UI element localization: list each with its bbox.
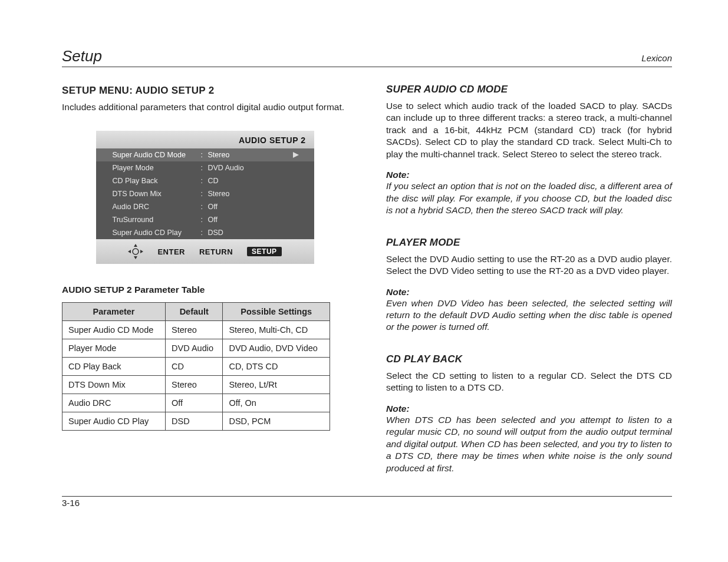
param-cell: Off, On xyxy=(223,394,330,412)
param-cell: Stereo xyxy=(166,321,223,339)
page-number: 3-16 xyxy=(62,498,80,508)
param-th: Parameter xyxy=(62,303,166,321)
param-cell: CD xyxy=(166,358,223,376)
osd-row-label: Super Audio CD Play xyxy=(113,229,201,237)
param-cell: DTS Down Mix xyxy=(62,376,166,394)
table-row: Super Audio CD Play DSD DSD, PCM xyxy=(62,412,330,431)
osd-row-value: DVD Audio xyxy=(208,164,301,172)
intro-text: Includes additional parameters that cont… xyxy=(62,101,348,113)
param-cell: CD Play Back xyxy=(62,358,166,376)
note-block: Note: Even when DVD Video has been selec… xyxy=(386,287,672,333)
param-cell: Stereo, Multi-Ch, CD xyxy=(223,321,330,339)
table-row: Audio DRC Off Off, On xyxy=(62,394,330,412)
body-paragraph: Use to select which audio track of the l… xyxy=(386,100,672,160)
osd-row-label: CD Play Back xyxy=(113,177,201,185)
osd-screenshot: AUDIO SETUP 2 Super Audio CD Mode : Ster… xyxy=(96,131,314,264)
osd-row-value: Stereo xyxy=(208,190,301,198)
osd-colon: : xyxy=(201,203,208,211)
param-table-caption: AUDIO SETUP 2 Parameter Table xyxy=(62,285,348,295)
page-footer: 3-16 xyxy=(62,496,672,508)
osd-row: DTS Down Mix : Stereo xyxy=(96,187,314,200)
note-label: Note xyxy=(386,287,406,297)
osd-row-value: DSD xyxy=(208,229,301,237)
svg-marker-4 xyxy=(128,250,131,253)
section-heading: SUPER AUDIO CD MODE xyxy=(386,84,672,95)
note-block: Note: When DTS CD has been selected and … xyxy=(386,404,672,474)
dpad-icon xyxy=(128,244,143,259)
section-heading: PLAYER MODE xyxy=(386,237,672,249)
osd-row-label: Super Audio CD Mode xyxy=(113,151,201,159)
header-brand: Lexicon xyxy=(641,53,672,63)
param-cell: DVD Audio, DVD Video xyxy=(223,339,330,358)
osd-setup-button: SETUP xyxy=(247,247,282,256)
osd-row-value: Stereo xyxy=(208,151,293,159)
param-cell: Super Audio CD Mode xyxy=(62,321,166,339)
param-cell: Player Mode xyxy=(62,339,166,358)
osd-colon: : xyxy=(201,216,208,224)
header-section: Setup xyxy=(62,47,102,65)
body-paragraph: Select the DVD Audio setting to use the … xyxy=(386,253,672,277)
play-arrow-icon xyxy=(293,152,301,158)
osd-row: Super Audio CD Play : DSD xyxy=(96,226,314,239)
left-column: SETUP MENU: AUDIO SETUP 2 Includes addit… xyxy=(62,84,348,486)
svg-marker-3 xyxy=(134,256,137,259)
note-block: Note: If you select an option that is no… xyxy=(386,170,672,216)
body-paragraph: Select the CD setting to listen to a reg… xyxy=(386,370,672,394)
table-row: DTS Down Mix Stereo Stereo, Lt/Rt xyxy=(62,376,330,394)
param-table: Parameter Default Possible Settings Supe… xyxy=(62,302,330,431)
note-text: Even when DVD Video has been selected, t… xyxy=(386,297,672,333)
svg-marker-2 xyxy=(134,244,137,247)
osd-colon: : xyxy=(201,190,208,198)
osd-enter-button: ENTER xyxy=(157,247,185,256)
table-row: CD Play Back CD CD, DTS CD xyxy=(62,358,330,376)
osd-row-value: Off xyxy=(208,203,301,211)
osd-row-value: Off xyxy=(208,216,301,224)
osd-list: Super Audio CD Mode : Stereo Player Mode… xyxy=(96,148,314,239)
osd-row: Super Audio CD Mode : Stereo xyxy=(96,148,314,161)
osd-row-label: DTS Down Mix xyxy=(113,190,201,198)
osd-footer: ENTER RETURN SETUP xyxy=(96,239,314,264)
section-heading: CD PLAY BACK xyxy=(386,353,672,365)
note-text: When DTS CD has been selected and you at… xyxy=(386,414,672,474)
param-cell: Stereo, Lt/Rt xyxy=(223,376,330,394)
param-cell: DSD xyxy=(166,412,223,431)
osd-row: Audio DRC : Off xyxy=(96,200,314,213)
osd-colon: : xyxy=(201,164,208,172)
osd-colon: : xyxy=(201,177,208,185)
osd-row-label: Audio DRC xyxy=(113,203,201,211)
note-text: If you select an option that is not on t… xyxy=(386,180,672,216)
svg-point-1 xyxy=(133,249,139,254)
osd-row: TruSurround : Off xyxy=(96,213,314,226)
param-th: Default xyxy=(166,303,223,321)
param-cell: DSD, PCM xyxy=(223,412,330,431)
osd-row-value: CD xyxy=(208,177,301,185)
param-cell: Stereo xyxy=(166,376,223,394)
osd-title: AUDIO SETUP 2 xyxy=(96,131,314,148)
svg-marker-5 xyxy=(140,250,143,253)
osd-row: Player Mode : DVD Audio xyxy=(96,161,314,174)
right-column: SUPER AUDIO CD MODE Use to select which … xyxy=(386,84,672,486)
osd-row: CD Play Back : CD xyxy=(96,174,314,187)
param-cell: Super Audio CD Play xyxy=(62,412,166,431)
section-heading: SETUP MENU: AUDIO SETUP 2 xyxy=(62,85,348,97)
table-row: Player Mode DVD Audio DVD Audio, DVD Vid… xyxy=(62,339,330,358)
note-label: Note xyxy=(386,170,406,180)
osd-colon: : xyxy=(201,229,208,237)
osd-colon: : xyxy=(201,151,208,159)
param-cell: DVD Audio xyxy=(166,339,223,358)
osd-row-label: TruSurround xyxy=(113,216,201,224)
param-th: Possible Settings xyxy=(223,303,330,321)
param-cell: Off xyxy=(166,394,223,412)
param-cell: Audio DRC xyxy=(62,394,166,412)
note-colon: : xyxy=(406,287,409,297)
osd-return-button: RETURN xyxy=(199,247,233,256)
table-row: Super Audio CD Mode Stereo Stereo, Multi… xyxy=(62,321,330,339)
osd-row-label: Player Mode xyxy=(113,164,201,172)
svg-marker-0 xyxy=(293,152,299,158)
note-label: Note: xyxy=(386,404,410,414)
param-cell: CD, DTS CD xyxy=(223,358,330,376)
note-colon: : xyxy=(406,170,409,180)
page-header: Setup Lexicon xyxy=(62,47,672,67)
